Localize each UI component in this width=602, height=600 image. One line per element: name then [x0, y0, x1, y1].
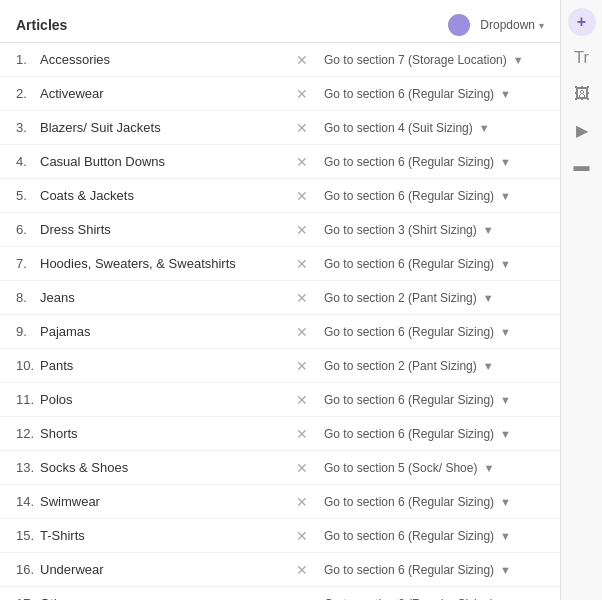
- action-text: Go to section 6 (Regular Sizing): [324, 257, 494, 271]
- article-number: 16.: [16, 562, 40, 577]
- article-number: 4.: [16, 154, 40, 169]
- action-text: Go to section 6 (Regular Sizing): [324, 563, 494, 577]
- delete-icon[interactable]: ✕: [296, 392, 308, 408]
- action-dropdown-icon[interactable]: ▼: [513, 54, 524, 66]
- action-cell: Go to section 6 (Regular Sizing) ▼: [324, 427, 544, 441]
- action-dropdown-icon[interactable]: ▼: [500, 88, 511, 100]
- delete-icon[interactable]: ✕: [296, 324, 308, 340]
- delete-icon[interactable]: ✕: [296, 494, 308, 510]
- action-cell: Go to section 6 (Regular Sizing) ▼: [324, 155, 544, 169]
- action-dropdown-icon[interactable]: ▼: [483, 360, 494, 372]
- action-cell: Go to section 6 (Regular Sizing) ▼: [324, 87, 544, 101]
- action-cell: Go to section 4 (Suit Sizing) ▼: [324, 121, 544, 135]
- table-row: 17. Other ✕ Go to section 6 (Regular Siz…: [0, 587, 560, 600]
- layout-icon[interactable]: ▬: [568, 152, 596, 180]
- table-row: 10. Pants ✕ Go to section 2 (Pant Sizing…: [0, 349, 560, 383]
- dropdown-label: Dropdown: [480, 18, 535, 32]
- article-number: 6.: [16, 222, 40, 237]
- delete-icon[interactable]: ✕: [296, 52, 308, 68]
- delete-icon[interactable]: ✕: [296, 562, 308, 578]
- action-text: Go to section 6 (Regular Sizing): [324, 87, 494, 101]
- article-number: 15.: [16, 528, 40, 543]
- image-icon[interactable]: 🖼: [568, 80, 596, 108]
- action-dropdown-icon[interactable]: ▼: [483, 292, 494, 304]
- delete-icon[interactable]: ✕: [296, 222, 308, 238]
- header-dropdown[interactable]: Dropdown ▾: [448, 14, 544, 36]
- article-number: 14.: [16, 494, 40, 509]
- video-icon[interactable]: ▶: [568, 116, 596, 144]
- table-row: 8. Jeans ✕ Go to section 2 (Pant Sizing)…: [0, 281, 560, 315]
- table-row: 15. T-Shirts ✕ Go to section 6 (Regular …: [0, 519, 560, 553]
- delete-icon[interactable]: ✕: [296, 528, 308, 544]
- action-cell: Go to section 2 (Pant Sizing) ▼: [324, 291, 544, 305]
- article-name: Socks & Shoes: [40, 460, 296, 475]
- action-cell: Go to section 6 (Regular Sizing) ▼: [324, 597, 544, 601]
- action-dropdown-icon[interactable]: ▼: [500, 394, 511, 406]
- action-cell: Go to section 6 (Regular Sizing) ▼: [324, 563, 544, 577]
- table-row: 11. Polos ✕ Go to section 6 (Regular Siz…: [0, 383, 560, 417]
- action-dropdown-icon[interactable]: ▼: [500, 258, 511, 270]
- article-number: 11.: [16, 392, 40, 407]
- action-text: Go to section 2 (Pant Sizing): [324, 291, 477, 305]
- article-number: 1.: [16, 52, 40, 67]
- table-row: 14. Swimwear ✕ Go to section 6 (Regular …: [0, 485, 560, 519]
- action-cell: Go to section 3 (Shirt Sizing) ▼: [324, 223, 544, 237]
- action-dropdown-icon[interactable]: ▼: [500, 326, 511, 338]
- delete-icon[interactable]: ✕: [296, 86, 308, 102]
- article-number: 7.: [16, 256, 40, 271]
- article-name: Swimwear: [40, 494, 296, 509]
- action-text: Go to section 6 (Regular Sizing): [324, 155, 494, 169]
- table-row: 9. Pajamas ✕ Go to section 6 (Regular Si…: [0, 315, 560, 349]
- action-dropdown-icon[interactable]: ▼: [500, 156, 511, 168]
- delete-icon[interactable]: ✕: [296, 188, 308, 204]
- action-text: Go to section 5 (Sock/ Shoe): [324, 461, 477, 475]
- delete-icon[interactable]: ✕: [296, 596, 308, 601]
- article-name: Other: [40, 596, 296, 600]
- table-row: 1. Accessories ✕ Go to section 7 (Storag…: [0, 43, 560, 77]
- article-name: Pants: [40, 358, 296, 373]
- article-number: 12.: [16, 426, 40, 441]
- action-text: Go to section 6 (Regular Sizing): [324, 529, 494, 543]
- table-row: 3. Blazers/ Suit Jackets ✕ Go to section…: [0, 111, 560, 145]
- table-row: 12. Shorts ✕ Go to section 6 (Regular Si…: [0, 417, 560, 451]
- article-name: Accessories: [40, 52, 296, 67]
- right-sidebar: + Tr 🖼 ▶ ▬: [560, 0, 602, 600]
- delete-icon[interactable]: ✕: [296, 154, 308, 170]
- header-avatar: [448, 14, 470, 36]
- action-text: Go to section 6 (Regular Sizing): [324, 495, 494, 509]
- articles-header: Articles Dropdown ▾: [0, 8, 560, 43]
- action-text: Go to section 3 (Shirt Sizing): [324, 223, 477, 237]
- action-dropdown-icon[interactable]: ▼: [483, 224, 494, 236]
- action-cell: Go to section 6 (Regular Sizing) ▼: [324, 529, 544, 543]
- text-icon[interactable]: Tr: [568, 44, 596, 72]
- article-name: Pajamas: [40, 324, 296, 339]
- article-name: Hoodies, Sweaters, & Sweatshirts: [40, 256, 296, 271]
- delete-icon[interactable]: ✕: [296, 256, 308, 272]
- table-row: 16. Underwear ✕ Go to section 6 (Regular…: [0, 553, 560, 587]
- action-dropdown-icon[interactable]: ▼: [500, 190, 511, 202]
- delete-icon[interactable]: ✕: [296, 290, 308, 306]
- delete-icon[interactable]: ✕: [296, 120, 308, 136]
- table-row: 7. Hoodies, Sweaters, & Sweatshirts ✕ Go…: [0, 247, 560, 281]
- delete-icon[interactable]: ✕: [296, 358, 308, 374]
- action-dropdown-icon[interactable]: ▼: [500, 428, 511, 440]
- action-dropdown-icon[interactable]: ▼: [500, 496, 511, 508]
- action-text: Go to section 4 (Suit Sizing): [324, 121, 473, 135]
- article-name: Coats & Jackets: [40, 188, 296, 203]
- action-cell: Go to section 6 (Regular Sizing) ▼: [324, 325, 544, 339]
- article-name: Activewear: [40, 86, 296, 101]
- action-cell: Go to section 7 (Storage Location) ▼: [324, 53, 544, 67]
- action-cell: Go to section 6 (Regular Sizing) ▼: [324, 393, 544, 407]
- table-row: 2. Activewear ✕ Go to section 6 (Regular…: [0, 77, 560, 111]
- action-dropdown-icon[interactable]: ▼: [500, 530, 511, 542]
- articles-title: Articles: [16, 17, 448, 33]
- add-button[interactable]: +: [568, 8, 596, 36]
- action-cell: Go to section 6 (Regular Sizing) ▼: [324, 189, 544, 203]
- delete-icon[interactable]: ✕: [296, 460, 308, 476]
- article-name: T-Shirts: [40, 528, 296, 543]
- delete-icon[interactable]: ✕: [296, 426, 308, 442]
- table-row: 4. Casual Button Downs ✕ Go to section 6…: [0, 145, 560, 179]
- action-dropdown-icon[interactable]: ▼: [483, 462, 494, 474]
- action-dropdown-icon[interactable]: ▼: [500, 564, 511, 576]
- action-dropdown-icon[interactable]: ▼: [479, 122, 490, 134]
